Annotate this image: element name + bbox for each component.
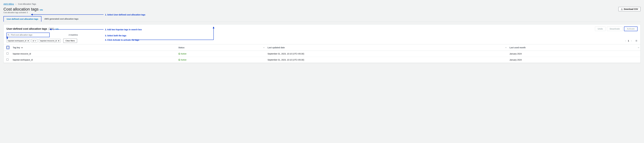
panel-title: User-defined cost allocation tags (366) … [6,27,59,30]
col-status[interactable]: Status [176,44,266,51]
search-icon [8,34,10,36]
breadcrumb-current: Cost Allocation Tags [18,3,36,5]
cell-status: Active [176,51,266,57]
download-csv-button[interactable]: Download CSV [618,7,640,11]
sort-asc-icon [21,47,23,48]
chip-label: kapstan:resource_id [40,40,57,42]
deactivate-button[interactable]: Deactivate [607,27,622,31]
pagination-next[interactable]: › [630,39,632,42]
breadcrumb-root-link[interactable]: AWS Billing [4,3,14,5]
matches-count: 2 matches [68,34,78,36]
breadcrumb: AWS Billing › Cost Allocation Tags [4,3,640,5]
pagination: ‹ 1 › [624,39,638,42]
panel-info-link[interactable]: Info [56,28,59,30]
chip-close-icon[interactable] [28,40,29,42]
or-label: or [33,40,34,42]
filter-chip-workspace[interactable]: kapstan:workspace_id [6,39,30,43]
gear-icon[interactable] [635,40,638,42]
search-wrapper [6,33,50,37]
breadcrumb-separator: › [16,3,16,5]
or-operator-chip[interactable]: or [31,39,38,43]
filter-icon[interactable] [505,46,507,49]
col-last-updated[interactable]: Last updated date [266,44,508,51]
tab-aws-generated[interactable]: AWS generated cost allocation tags [42,16,81,22]
row-checkbox[interactable] [6,53,8,55]
subtitle: Cost allocation tags activated: 5 [4,12,43,14]
page-title: Cost allocation tags Info [4,7,43,12]
cell-last-used: January 2024 [508,57,640,63]
pagination-page: 1 [628,40,629,42]
cell-tag-key: kapstan:workspace_id [11,57,176,63]
cell-last-used: January 2024 [508,51,640,57]
check-circle-icon [178,53,180,55]
clear-filters-button[interactable]: Clear filters [63,39,77,43]
tab-user-defined[interactable]: User-defined cost allocation tags [4,16,42,22]
cell-last-updated: September 01, 2023, 10:10 (UTC+05:30) [266,51,508,57]
col-tag-key[interactable]: Tag key [11,44,176,51]
col-last-used[interactable]: Last used month [508,44,640,51]
filter-icon[interactable] [638,46,639,49]
chip-label: kapstan:workspace_id [8,40,26,42]
col-status-label: Status [178,46,184,49]
col-tag-key-label: Tag key [13,46,20,49]
row-checkbox[interactable] [6,59,8,61]
download-csv-label: Download CSV [624,8,638,10]
content-panel: User-defined cost allocation tags (366) … [4,24,640,63]
svg-point-0 [8,34,9,35]
search-input[interactable] [7,33,49,37]
status-text: Active [181,59,186,61]
col-last-used-label: Last used month [510,46,526,49]
page-title-text: Cost allocation tags [4,7,38,12]
cell-last-updated: September 01, 2023, 10:10 (UTC+05:30) [266,57,508,63]
svg-line-1 [9,35,10,36]
col-last-updated-label: Last updated date [268,46,285,49]
svg-point-2 [636,40,637,41]
chip-close-icon[interactable] [58,40,60,42]
check-circle-icon [178,59,180,61]
filter-icon[interactable] [263,46,264,49]
status-text: Active [181,53,186,55]
select-all-checkbox[interactable] [7,46,9,48]
cell-status: Active [176,57,266,63]
cell-tag-key: kapstan:resource_id [11,51,176,57]
panel-title-text: User-defined cost allocation tags [6,27,47,30]
download-icon [621,8,623,10]
select-all-header [4,44,11,51]
activate-button[interactable]: Activate [624,27,638,31]
chevron-down-icon [35,40,36,42]
filter-chip-resource[interactable]: kapstan:resource_id [39,39,61,43]
table-row: kapstan:resource_id Active September 01,… [4,51,640,57]
pagination-prev[interactable]: ‹ [624,39,626,42]
table-row: kapstan:workspace_id Active September 01… [4,57,640,63]
panel-count: (366) [48,27,54,30]
info-link[interactable]: Info [40,9,43,11]
undo-button[interactable]: Undo [595,27,606,31]
tags-table: Tag key Status Last updated date Last us… [4,44,640,63]
tabs-bar: User-defined cost allocation tags AWS ge… [4,16,640,22]
